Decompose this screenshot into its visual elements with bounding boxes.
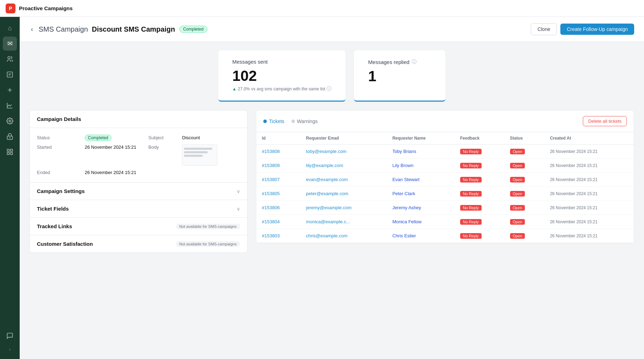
ticket-created-cell: 26 November 2024 15:21	[544, 159, 634, 173]
ticket-email-cell: monica@example.c...	[301, 215, 387, 229]
sidebar-item-settings[interactable]	[3, 114, 17, 128]
app-title: Proactive Campaigns	[19, 5, 73, 11]
page-header-right: Clone Create Follow-Up campaign	[531, 23, 634, 35]
messages-sent-card: Messages sent 102 ▲ 27.0% vs avg sms cam…	[218, 50, 346, 102]
ticket-email[interactable]: lily@example.com	[306, 163, 343, 168]
customer-satisfaction-section: Customer Satisfaction Not available for …	[30, 235, 247, 252]
tab-warnings[interactable]: Warnings	[291, 118, 318, 124]
tickets-header-row: Id Requester Email Requester Name Feedba…	[256, 132, 634, 145]
svg-rect-5	[7, 149, 9, 152]
col-id: Id	[256, 132, 301, 145]
ticket-status-cell: Open	[504, 229, 545, 243]
customer-satisfaction-title: Customer Satisfaction	[37, 241, 93, 247]
ticket-email[interactable]: jeremy@example.com	[306, 205, 352, 210]
svg-rect-7	[7, 153, 9, 155]
ticket-name: Peter Clark	[392, 191, 415, 196]
ticket-email[interactable]: monica@example.c...	[306, 219, 350, 224]
ticket-id[interactable]: #153808	[262, 149, 280, 154]
body-lines	[184, 148, 215, 157]
body-line-3	[184, 155, 203, 157]
sidebar-item-add[interactable]	[3, 83, 17, 97]
sidebar-item-home[interactable]: ⌂	[3, 21, 17, 35]
campaign-type-label: SMS Campaign	[39, 25, 88, 33]
sidebar-item-reports[interactable]	[3, 68, 17, 82]
body-preview	[182, 145, 217, 166]
sidebar-item-chat[interactable]	[3, 329, 17, 343]
ticket-email[interactable]: peter@example.com	[306, 191, 348, 196]
ticket-name-cell: Chris Estier	[387, 229, 455, 243]
campaign-details-body: Status Completed Subject Discount Starte…	[30, 128, 247, 182]
ticket-id[interactable]: #153805	[262, 191, 280, 196]
ticket-fields-section[interactable]: Ticket Fields ∨	[30, 200, 247, 217]
ticket-status-cell: Open	[504, 215, 545, 229]
topbar: P Proactive Campaigns	[0, 0, 644, 17]
status-badge: Open	[510, 191, 525, 197]
table-row[interactable]: #153804 monica@example.c... Monica Fello…	[256, 215, 634, 229]
table-row[interactable]: #153807 evan@example.com Evan Stewart No…	[256, 173, 634, 187]
ticket-email[interactable]: evan@example.com	[306, 177, 348, 182]
ticket-email[interactable]: toby@example.com	[306, 149, 347, 154]
table-row[interactable]: #153809 lily@example.com Lily Brown No R…	[256, 159, 634, 173]
table-row[interactable]: #153808 toby@example.com Toby Brians No …	[256, 145, 634, 159]
campaign-details-title: Campaign Details	[37, 116, 81, 122]
table-row[interactable]: #153803 chris@example.com Chris Estier N…	[256, 229, 634, 243]
ticket-created-cell: 26 November 2024 15:21	[544, 201, 634, 215]
sidebar-expand-button[interactable]: ›	[3, 344, 17, 355]
ticket-status-cell: Open	[504, 173, 545, 187]
trend-info-icon[interactable]: ⓘ	[327, 86, 331, 92]
table-row[interactable]: #153805 peter@example.com Peter Clark No…	[256, 187, 634, 201]
ticket-id-cell: #153805	[256, 187, 301, 201]
sidebar-item-mail[interactable]: ✉	[3, 37, 17, 51]
ticket-name-cell: Evan Stewart	[387, 173, 455, 187]
delete-all-tickets-button[interactable]: Delete all tickets	[583, 116, 627, 126]
feedback-badge: No Reply	[460, 205, 482, 211]
ticket-name: Toby Brians	[392, 149, 416, 154]
messages-replied-card: Messages replied ⓘ 1	[354, 50, 445, 102]
messages-replied-info-icon[interactable]: ⓘ	[412, 59, 417, 65]
tab-warnings-label: Warnings	[297, 118, 318, 124]
trend-text: vs avg sms campaign with the same list	[251, 86, 326, 91]
messages-replied-label: Messages replied ⓘ	[368, 59, 431, 65]
ticket-date: 26 November 2024 15:21	[550, 177, 597, 182]
tickets-table: Id Requester Email Requester Name Feedba…	[256, 132, 634, 243]
app-logo: P	[6, 4, 15, 13]
sidebar-item-user-lock[interactable]	[3, 129, 17, 143]
status-badge: Open	[510, 219, 525, 225]
campaign-settings-section[interactable]: Campaign Settings ∨	[30, 182, 247, 200]
ticket-email[interactable]: chris@example.com	[306, 233, 348, 238]
ticket-name-cell: Monica Fellow	[387, 215, 455, 229]
messages-sent-value: 102	[232, 68, 332, 84]
table-row[interactable]: #153806 jeremy@example.com Jeremy Ashey …	[256, 201, 634, 215]
ticket-id[interactable]: #153806	[262, 205, 280, 210]
ticket-id[interactable]: #153804	[262, 219, 280, 224]
ticket-name: Lily Brown	[392, 163, 413, 168]
feedback-badge: No Reply	[460, 149, 482, 154]
campaign-details-card: Campaign Details Status Completed Subjec…	[30, 110, 247, 253]
ticket-date: 26 November 2024 15:21	[550, 149, 597, 154]
tab-tickets[interactable]: Tickets	[263, 118, 284, 124]
trend-arrow: ▲	[232, 86, 237, 91]
body-line-1	[184, 148, 212, 150]
status-badge: Open	[510, 205, 525, 211]
back-button[interactable]: ‹	[30, 24, 34, 34]
clone-button[interactable]: Clone	[531, 23, 557, 35]
svg-point-4	[9, 137, 10, 138]
sidebar-item-chart[interactable]	[3, 98, 17, 113]
sidebar-item-grid[interactable]	[3, 145, 17, 159]
ticket-name: Chris Estier	[392, 233, 416, 238]
two-col-layout: Campaign Details Status Completed Subjec…	[20, 110, 644, 263]
customer-satisfaction-tag: Not available for SMS-campaigns	[176, 241, 240, 247]
ticket-id[interactable]: #153809	[262, 163, 280, 168]
sidebar-item-contacts[interactable]	[3, 52, 17, 66]
create-followup-button[interactable]: Create Follow-Up campaign	[560, 24, 634, 35]
right-column: Tickets Warnings Delete all tickets	[256, 110, 634, 253]
status-value: Completed	[85, 135, 143, 140]
ticket-created-cell: 26 November 2024 15:21	[544, 173, 634, 187]
campaign-settings-chevron: ∨	[237, 188, 240, 194]
ticket-email-cell: jeremy@example.com	[301, 201, 387, 215]
body-label: Body	[148, 145, 176, 150]
ticket-id[interactable]: #153807	[262, 177, 280, 182]
body-line-2	[184, 151, 208, 153]
ticket-id[interactable]: #153803	[262, 233, 280, 238]
ticket-date: 26 November 2024 15:21	[550, 163, 597, 168]
